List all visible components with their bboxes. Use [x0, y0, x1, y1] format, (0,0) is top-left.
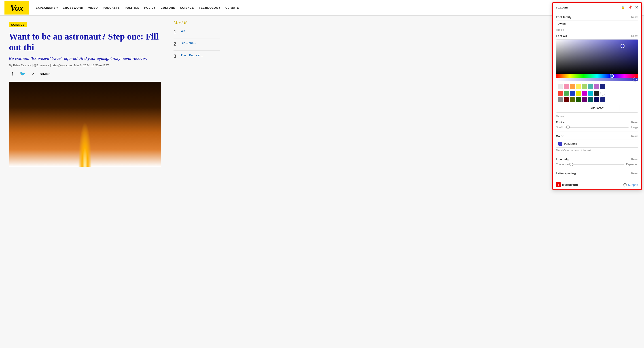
swatch-white-circle[interactable]	[600, 91, 605, 96]
hex-input[interactable]	[575, 105, 620, 111]
most-read-link-1[interactable]: Wh	[181, 29, 185, 35]
font-family-header: Font family Reset	[556, 15, 638, 19]
color-preview[interactable]: #3a3ac5ff	[556, 140, 638, 148]
swatch-pink[interactable]	[564, 84, 569, 89]
most-read-item-3: 3 The... Do... cat...	[174, 53, 220, 59]
swatch-dark-purple[interactable]	[582, 97, 587, 102]
article-image	[9, 82, 161, 167]
color-dot	[558, 142, 562, 146]
most-read-link-2[interactable]: Bio... cha...	[181, 41, 196, 47]
font-size-slider-row: Small Large	[556, 126, 638, 129]
popup-header: vox.com 🔒 📌 ✕	[553, 3, 641, 12]
hue-cursor[interactable]	[610, 74, 614, 78]
pin-icon[interactable]: 📌	[628, 5, 632, 9]
nav-item-politics[interactable]: POLITICS	[125, 6, 139, 9]
font-weight-desc: This co	[556, 115, 638, 118]
swatch-yellow2[interactable]	[576, 91, 581, 96]
logo[interactable]: Vox	[4, 1, 29, 14]
main-nav: EXPLAINERS CROSSWORD VIDEO PODCASTS POLI…	[36, 6, 239, 9]
swatch-navy2[interactable]	[600, 97, 605, 102]
swatch-blue[interactable]	[570, 91, 575, 96]
share-link-icon[interactable]: ↗	[30, 71, 36, 77]
font-family-input[interactable]	[556, 20, 638, 27]
swatch-dark-blue[interactable]	[594, 97, 599, 102]
color-gradient-cursor[interactable]	[620, 44, 624, 48]
swatch-yellow[interactable]	[576, 84, 581, 89]
letter-spacing-label: Letter spacing	[556, 172, 576, 173]
lock-icon[interactable]: 🔒	[621, 5, 625, 9]
most-read-item-1: 1 Wh	[174, 29, 220, 35]
swatch-green[interactable]	[564, 91, 569, 96]
share-label[interactable]: SHARE	[40, 72, 50, 76]
popup-header-icons: 🔒 📌 ✕	[621, 5, 638, 10]
swatch-green-light[interactable]	[582, 84, 587, 89]
line-height-expanded-label: Expanded	[626, 163, 638, 166]
logo-text: Vox	[10, 3, 23, 13]
font-size-reset[interactable]: Reset	[631, 121, 638, 124]
font-weight-header: Font wo Reset	[556, 34, 638, 37]
article-badge[interactable]: SCIENCE	[9, 22, 27, 27]
hex-input-wrap	[556, 105, 638, 111]
swatch-purple[interactable]	[594, 84, 599, 89]
close-icon[interactable]: ✕	[635, 5, 638, 10]
swatch-cyan[interactable]	[588, 91, 593, 96]
line-height-slider-row: Condensed Expanded	[556, 163, 638, 166]
font-size-thumb[interactable]	[566, 126, 570, 129]
color-section-label: Color	[556, 135, 564, 138]
nav-item-podcasts[interactable]: PODCASTS	[103, 6, 120, 9]
swatch-dark-green[interactable]	[576, 97, 581, 102]
swatch-dark-teal[interactable]	[588, 97, 593, 102]
swatch-black[interactable]	[594, 91, 599, 96]
swatch-row-1	[556, 83, 638, 89]
most-read-item-2: 2 Bio... cha...	[174, 41, 220, 47]
nav-item-climate[interactable]: CLIMATE	[226, 6, 239, 9]
nav-item-technology[interactable]: TECHNOLOGY	[199, 6, 220, 9]
nav-item-video[interactable]: VIDEO	[88, 6, 98, 9]
share-bar: f 🐦 ↗ SHARE	[9, 71, 161, 77]
main-content: SCIENCE Want to be an astronaut? Step on…	[0, 16, 644, 173]
color-reset[interactable]: Reset	[631, 135, 638, 138]
line-height-header: Line height Reset	[556, 158, 638, 161]
font-size-track[interactable]	[566, 127, 628, 128]
swatch-orange[interactable]	[570, 84, 575, 89]
line-height-thumb[interactable]	[570, 163, 573, 166]
nav-item-explainers[interactable]: EXPLAINERS	[36, 6, 58, 9]
most-read-title: Most R	[174, 20, 220, 25]
popup-body: Font family Reset This se Font wo Reset	[553, 12, 641, 173]
font-family-desc: This se	[556, 28, 638, 31]
nav-item-policy[interactable]: POLICY	[144, 6, 156, 9]
font-weight-reset[interactable]: Reset	[631, 34, 638, 37]
hue-bar[interactable]	[556, 74, 638, 78]
swatch-teal[interactable]	[588, 84, 593, 89]
article-title: Want to be an astronaut? Step one: Fill …	[9, 31, 161, 53]
swatch-navy[interactable]	[600, 84, 605, 89]
swatch-magenta[interactable]	[582, 91, 587, 96]
alpha-bar[interactable]	[556, 78, 638, 81]
facebook-icon[interactable]: f	[9, 71, 16, 77]
swatch-row-3	[556, 97, 638, 104]
swatch-olive[interactable]	[570, 97, 575, 102]
font-family-reset[interactable]: Reset	[631, 16, 638, 19]
alpha-cursor[interactable]	[632, 77, 636, 82]
nav-item-crossword[interactable]: CROSSWORD	[63, 6, 83, 9]
nav-item-culture[interactable]: CULTURE	[161, 6, 175, 9]
most-read-link-3[interactable]: The... Do... cat...	[181, 53, 203, 59]
most-read-num-3: 3	[174, 53, 178, 59]
swatch-gray-mid[interactable]	[558, 97, 563, 102]
swatch-dark-red[interactable]	[564, 97, 569, 102]
color-hex-display: #3a3ac5ff	[564, 142, 577, 145]
color-desc: This defines the color of the text.	[556, 149, 638, 152]
color-gradient-box[interactable]	[556, 39, 638, 74]
line-height-track[interactable]	[571, 164, 624, 165]
rocket-glow	[78, 122, 92, 167]
swatch-red[interactable]	[558, 91, 563, 96]
line-height-label: Line height	[556, 158, 571, 161]
font-weight-label: Font wo	[556, 34, 567, 37]
nav-item-science[interactable]: SCIENCE	[180, 6, 194, 9]
article-meta: By Brian Resnick | @B_resnick | brian@vo…	[9, 64, 161, 67]
line-height-reset[interactable]: Reset	[631, 158, 638, 161]
most-read-num-2: 2	[174, 41, 178, 47]
letter-spacing-reset[interactable]: Reset	[631, 172, 638, 174]
swatch-gray-light[interactable]	[558, 84, 563, 89]
twitter-icon[interactable]: 🐦	[19, 71, 26, 77]
